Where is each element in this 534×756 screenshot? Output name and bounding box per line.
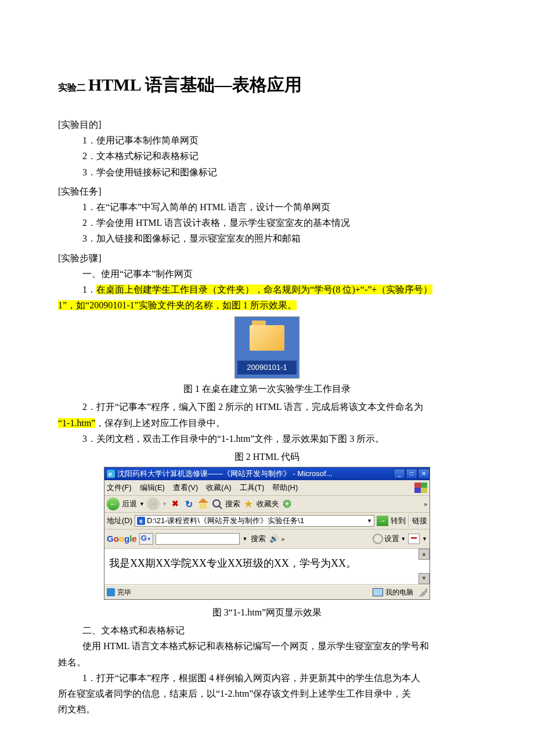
- menu-help[interactable]: 帮助(H): [272, 481, 298, 494]
- task-item-1: 1．在“记事本”中写入简单的 HTML 语言，设计一个简单网页: [82, 199, 476, 215]
- favorites-star-icon[interactable]: ★: [243, 498, 254, 510]
- step-1-highlight-a: 在桌面上创建学生工作目录（文件夹），命名规则为“学号(8 位)+“-”+（实验序…: [96, 285, 432, 294]
- browser-menubar: 文件(F) 编辑(E) 查看(V) 收藏(A) 工具(T) 帮助(H): [104, 480, 430, 496]
- google-voice-icon[interactable]: 🔊: [269, 532, 279, 545]
- computer-icon: [373, 588, 383, 596]
- toolbar-overflow-icon[interactable]: »: [424, 499, 427, 510]
- folder-figure: 20090101-1: [234, 316, 300, 379]
- window-buttons: _ □ ✕: [393, 469, 430, 479]
- forward-button[interactable]: →: [147, 498, 160, 510]
- browser-title: 沈阳药科大学计算机选修课——《网站开发与制作》 - Microsof...: [117, 467, 393, 480]
- folder-label: 20090101-1: [237, 361, 297, 375]
- menu-favorites[interactable]: 收藏(A): [206, 481, 231, 494]
- favorites-label: 收藏夹: [257, 498, 279, 510]
- figure-1-caption: 图 1 在桌在建立第一次实验学生工作目录: [58, 381, 476, 397]
- purpose-heading: [实验目的]: [58, 117, 476, 132]
- resize-grip-icon: [419, 588, 427, 596]
- back-button[interactable]: ←: [107, 498, 120, 510]
- steps-heading: [实验步骤]: [58, 250, 476, 266]
- pdf-dropdown-icon[interactable]: ▼: [422, 535, 427, 543]
- purpose-item-1: 1．使用记事本制作简单网页: [82, 132, 476, 148]
- google-search-input[interactable]: [156, 533, 240, 545]
- page-body-text: 我是XX期XX学院XX专业XX班级的XX，学号为XX。: [109, 557, 356, 569]
- go-button[interactable]: →: [377, 516, 388, 526]
- maximize-button[interactable]: □: [406, 469, 417, 479]
- browser-addressbar: 地址(D) e D:\21-课程资料\《网站开发与制作》实验任务\1 ▼ → 转…: [104, 513, 430, 530]
- folder-icon: [250, 325, 284, 351]
- status-page-icon: [107, 588, 115, 596]
- step-1-line-1: 1．在桌面上创建学生工作目录（文件夹），命名规则为“学号(8 位)+“-”+（实…: [82, 282, 476, 297]
- step-2-highlight: “1-1.htm”: [58, 418, 95, 428]
- title-prefix: 实验二: [58, 82, 88, 92]
- figure-2-caption: 图 2 HTML 代码: [58, 449, 476, 465]
- history-icon[interactable]: ❂: [282, 498, 293, 510]
- forward-dropdown-icon[interactable]: ▼: [162, 500, 167, 509]
- close-button[interactable]: ✕: [418, 469, 430, 479]
- scroll-down-button[interactable]: ▼: [418, 573, 430, 584]
- task-item-3: 3．加入链接和图像标记，显示寝室室友的照片和邮箱: [82, 231, 476, 246]
- step-1-prefix: 1．: [82, 285, 96, 294]
- google-settings-label: 设置: [384, 532, 399, 545]
- menu-file[interactable]: 文件(F): [107, 481, 132, 494]
- google-search-type[interactable]: G▼: [139, 533, 153, 545]
- back-label: 后退: [122, 498, 137, 510]
- search-label: 搜索: [225, 498, 240, 510]
- menu-edit[interactable]: 编辑(E): [140, 481, 165, 494]
- browser-screenshot: 沈阳药科大学计算机选修课——《网站开发与制作》 - Microsof... _ …: [104, 467, 430, 600]
- purpose-item-2: 2．文本格式标记和表格标记: [82, 148, 476, 164]
- step-b-intro-1: 使用 HTML 语言文本格式标记和表格标记编写一个网页，显示学生寝室室友的学号和: [58, 638, 476, 654]
- gear-icon: [373, 534, 383, 544]
- step-a-heading: 一、使用“记事本”制作网页: [82, 266, 476, 282]
- browser-titlebar: 沈阳药科大学计算机选修课——《网站开发与制作》 - Microsof... _ …: [104, 467, 430, 480]
- stop-icon[interactable]: ✖: [169, 498, 181, 510]
- browser-content: ▲ 我是XX期XX学院XX专业XX班级的XX，学号为XX。 ▼: [104, 549, 430, 585]
- ie-icon: [107, 470, 115, 478]
- step-b-intro-2: 姓名。: [58, 654, 476, 670]
- step-b-heading: 二、文本格式和表格标记: [82, 622, 476, 638]
- step-1-line-2: 1”，如“20090101-1”实验文件夹的名称，如图 1 所示效果。: [58, 297, 476, 313]
- page-icon: e: [137, 517, 145, 525]
- task-item-2: 2．学会使用 HTML 语言设计表格，显示学生寝室室友的基本情况: [82, 215, 476, 231]
- google-settings-dropdown-icon: ▼: [400, 535, 406, 543]
- title-main: HTML 语言基础—表格应用: [88, 75, 302, 94]
- go-label: 转到: [391, 514, 406, 527]
- step-b-1-line-3: 闭文档。: [58, 701, 476, 717]
- status-zone-label: 我的电脑: [385, 586, 413, 598]
- step-2-rest: ，保存到上述对应工作目录中。: [95, 418, 225, 428]
- purpose-item-3: 3．学会使用链接标记和图像标记: [82, 164, 476, 180]
- refresh-icon[interactable]: ↻: [183, 498, 195, 510]
- address-dropdown-icon[interactable]: ▼: [367, 517, 372, 525]
- browser-statusbar: 完毕 我的电脑: [104, 585, 430, 599]
- address-value: D:\21-课程资料\《网站开发与制作》实验任务\1: [147, 515, 304, 527]
- step-2-line-2: “1-1.htm”，保存到上述对应工作目录中。: [58, 415, 476, 431]
- google-overflow-icon[interactable]: »: [281, 534, 284, 545]
- address-input[interactable]: e D:\21-课程资料\《网站开发与制作》实验任务\1 ▼: [135, 515, 374, 527]
- status-done-label: 完毕: [117, 586, 131, 598]
- menu-view[interactable]: 查看(V): [173, 481, 198, 494]
- back-dropdown-icon[interactable]: ▼: [139, 500, 145, 509]
- google-search-label[interactable]: 搜索: [250, 532, 267, 545]
- google-toolbar: Google G▼ ▼ 搜索 🔊 » 设置 ▼ ▼: [104, 530, 430, 549]
- step-3: 3．关闭文档，双击工作目录中的“1-1.htm”文件，显示效果如下图 3 所示。: [58, 431, 476, 447]
- address-label: 地址(D): [107, 514, 132, 527]
- search-icon[interactable]: [211, 498, 223, 510]
- pdf-icon[interactable]: [408, 534, 420, 544]
- google-settings[interactable]: 设置 ▼: [373, 532, 406, 545]
- step-2-line-1: 2．打开“记事本”程序，编入下图 2 所示的 HTML 语言，完成后将该文本文件…: [58, 399, 476, 415]
- tasks-heading: [实验任务]: [58, 183, 476, 199]
- google-input-dropdown-icon[interactable]: ▼: [242, 535, 247, 543]
- links-label[interactable]: 链接: [408, 514, 427, 527]
- windows-flag-icon: [414, 483, 427, 493]
- home-icon[interactable]: [197, 498, 209, 510]
- browser-toolbar: ← 后退 ▼ → ▼ ✖ ↻ 搜索 ★ 收藏夹 ❂ »: [104, 496, 430, 513]
- page-title: 实验二 HTML 语言基础—表格应用: [58, 70, 476, 99]
- scroll-up-button[interactable]: ▲: [418, 549, 430, 560]
- step-b-1-line-2: 所在寝室或者同学的信息，结束后，以“1-2.htm”保存该文件到上述学生工作目录…: [58, 686, 476, 701]
- minimize-button[interactable]: _: [394, 469, 405, 479]
- step-b-1-line-1: 1．打开“记事本”程序，根据图 4 样例输入网页内容，并更新其中的学生信息为本人: [58, 670, 476, 686]
- figure-3-caption: 图 3“1-1.htm”网页显示效果: [58, 604, 476, 620]
- google-logo: Google: [107, 531, 137, 546]
- menu-tools[interactable]: 工具(T): [240, 481, 265, 494]
- step-1-highlight-b: 1”，如“20090101-1”实验文件夹的名称，如图 1 所示效果。: [58, 300, 297, 310]
